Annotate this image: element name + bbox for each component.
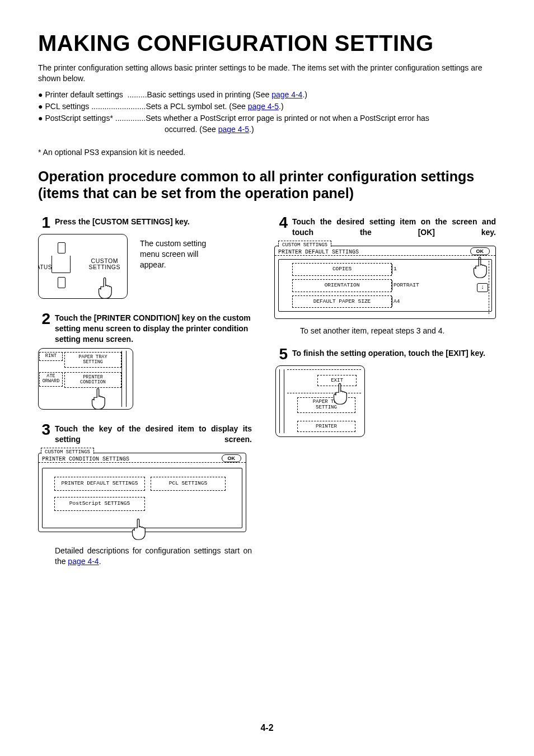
bullet-desc: Sets whether a PostScript error page is … (146, 113, 429, 124)
step-1: 1 Press the [CUSTOM SETTINGS] key. ATUS … (38, 215, 252, 299)
step-title: Touch the key of the desired item to dis… (55, 422, 252, 445)
printer-default-settings-button[interactable]: PRINTER DEFAULT SETTINGS (54, 477, 145, 491)
panel-dash (287, 393, 361, 393)
bullet-item: ● PostScript settings* .............. Se… (38, 113, 496, 124)
panel-divider (121, 351, 122, 407)
cs-label-2: SETTINGS (88, 264, 120, 270)
ok-button[interactable]: OK (470, 247, 490, 255)
page-title: MAKING CONFIGURATION SETTING (38, 28, 496, 58)
bullet-desc-post: .) (279, 102, 284, 111)
paper-size-button[interactable]: DEFAULT PAPER SIZE (292, 295, 392, 308)
pts2: SETTING (316, 405, 337, 410)
row-divider (392, 297, 392, 307)
bullet-desc-post: .) (249, 125, 254, 134)
step-title: To finish the setting operation, touch t… (292, 346, 485, 359)
copies-value: 1 (394, 266, 397, 273)
hand-icon (88, 387, 108, 410)
step-note: To set another item, repeat steps 3 and … (300, 326, 496, 336)
screen-tab: CUSTOM SETTINGS (41, 448, 94, 454)
bullet-desc: Basic settings used in printing (See pag… (147, 90, 307, 100)
panel-divider (126, 351, 127, 407)
paper-size-value: A4 (394, 298, 400, 306)
bullet-item: ● PCL settings .........................… (38, 101, 496, 112)
copies-button[interactable]: COPIES (292, 263, 392, 276)
step-number: 5 (275, 346, 288, 362)
exit-panel: EXIT PAPER TRA SETTING PRINTER (275, 365, 365, 437)
bullet-dot: ● (38, 113, 43, 124)
custom-settings-panel: ATUS CUSTOM SETTINGS (38, 234, 128, 299)
postscript-settings-button[interactable]: PostScript SETTINGS (54, 497, 145, 511)
condition-settings-screen: CUSTOM SETTINGS PRINTER CONDITION SETTIN… (38, 453, 246, 532)
panel-left-label: ATE ORWARD (39, 372, 63, 387)
step-5: 5 To finish the setting operation, touch… (275, 346, 496, 437)
panel-rect-icon (58, 242, 65, 253)
panel-dash (287, 369, 361, 370)
paper-tray-setting-button[interactable]: PAPER TRAYSETTING (64, 352, 121, 368)
step-number: 4 (275, 215, 288, 231)
panel-rect-icon (58, 277, 65, 288)
footnote: * An optional PS3 expansion kit is neede… (38, 147, 496, 158)
hand-icon (128, 517, 148, 541)
page-link[interactable]: page 4-5 (248, 102, 279, 111)
step-title: Touch the [PRINTER CONDITION] key on the… (55, 311, 252, 345)
bullet-label: Printer default settings ......... (45, 90, 147, 100)
l2b: ORWARD (43, 378, 60, 384)
scroll-track (489, 261, 490, 314)
scroll-down-button[interactable]: ↓ (477, 283, 488, 292)
bullet-label: PCL settings ......................... (45, 101, 146, 112)
setting-row: ORIENTATION PORTRAIT (282, 279, 469, 292)
detail-post: . (99, 557, 101, 566)
step-side-text: The custom setting menu screen will appe… (140, 234, 218, 270)
panel-left-label: RINT (39, 352, 63, 361)
step-2: 2 Touch the [PRINTER CONDITION] key on t… (38, 311, 252, 410)
page-link[interactable]: page 4-4 (271, 90, 302, 99)
page-number: 4-2 (38, 722, 496, 734)
printer-condition-panel: RINT ATE ORWARD PAPER TRAYSETTING PRINTE… (38, 348, 133, 410)
printer-button[interactable]: PRINTER (297, 421, 355, 432)
bullet-desc-post: .) (302, 90, 307, 99)
step-title: Press the [CUSTOM SETTINGS] key. (55, 215, 190, 227)
bullet-desc: Sets a PCL symbol set. (See page 4-5.) (146, 101, 283, 112)
orientation-value: PORTRAIT (394, 282, 419, 289)
bullet-dot: ● (38, 101, 43, 112)
panel-divider (279, 369, 280, 433)
bullet-dot: ● (38, 90, 43, 100)
row-divider (392, 280, 392, 290)
hand-icon (95, 276, 115, 299)
screen-tab: CUSTOM SETTINGS (278, 241, 331, 247)
panel-divider (284, 369, 284, 433)
step-number: 2 (38, 311, 50, 327)
screen-body: COPIES 1 ORIENTATION PORTRAIT DEFAULT PA… (278, 259, 492, 312)
printer-condition-button[interactable]: PRINTERCONDITION (64, 372, 121, 388)
intro-text: The printer configuration setting allows… (38, 63, 496, 84)
page-link[interactable]: page 4-4 (68, 557, 99, 566)
step-title: Touch the desired setting item on the sc… (292, 215, 496, 238)
hand-icon (330, 382, 350, 405)
step-3: 3 Touch the key of the desired item to d… (38, 422, 252, 567)
bullet-desc-pre: Basic settings used in printing (See (147, 90, 272, 99)
bullet-continuation: occurred. (See page 4-5.) (38, 124, 496, 135)
b2b: CONDITION (80, 379, 106, 385)
step-number: 3 (38, 422, 50, 438)
b1b: SETTING (83, 359, 103, 365)
bullet-list: ● Printer default settings ......... Bas… (38, 90, 496, 135)
default-settings-screen: CUSTOM SETTINGS PRINTER DEFAULT SETTINGS… (274, 246, 496, 319)
pcl-settings-button[interactable]: PCL SETTINGS (151, 477, 226, 491)
custom-settings-label: CUSTOM SETTINGS (88, 258, 120, 270)
page-link[interactable]: page 4-5 (218, 125, 249, 134)
setting-row: DEFAULT PAPER SIZE A4 (282, 295, 469, 308)
bullet-label: PostScript settings* .............. (45, 113, 146, 124)
bullet-cont-text: occurred. (See (165, 125, 218, 134)
row-divider (392, 264, 392, 274)
step-detail: Detailed descriptions for configuration … (55, 546, 252, 567)
step-4: 4 Touch the desired setting item on the … (275, 215, 496, 336)
orientation-button[interactable]: ORIENTATION (292, 279, 392, 292)
bullet-item: ● Printer default settings ......... Bas… (38, 90, 496, 100)
status-label: ATUS (38, 264, 52, 271)
bullet-desc-pre: Sets a PCL symbol set. (See (146, 102, 247, 111)
step-number: 1 (38, 215, 50, 231)
section-heading: Operation procedure common to all printe… (38, 168, 496, 201)
panel-baseline-icon (51, 256, 71, 273)
setting-row: COPIES 1 (282, 263, 469, 276)
ok-button[interactable]: OK (222, 454, 242, 462)
